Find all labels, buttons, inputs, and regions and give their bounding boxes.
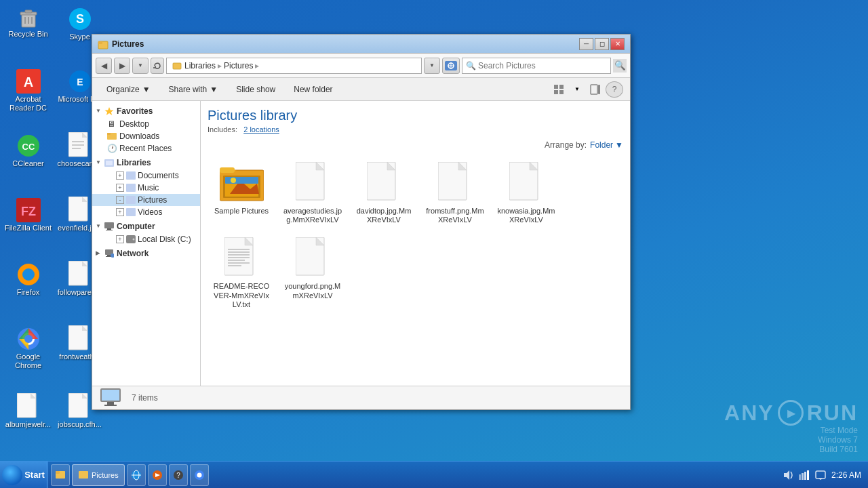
arrange-by-dropdown[interactable]: Folder ▼ bbox=[590, 140, 623, 150]
address-dropdown-button[interactable]: ▼ bbox=[424, 58, 440, 74]
search-input[interactable] bbox=[478, 61, 607, 70]
desktop-icon-firefox[interactable]: Firefox bbox=[3, 261, 54, 297]
unknown1-icon: ? bbox=[173, 470, 184, 481]
sidebar-item-music[interactable]: + Music bbox=[92, 182, 200, 194]
albumjewel-icon bbox=[15, 393, 42, 420]
view-dropdown-button[interactable]: ▼ bbox=[569, 81, 585, 98]
search-box[interactable]: 🔍 bbox=[462, 58, 611, 74]
recent-places-label: Recent Places bbox=[119, 144, 172, 153]
start-orb bbox=[2, 465, 22, 485]
sidebar-item-documents[interactable]: + Documents bbox=[92, 169, 200, 182]
watermark-area: ANY RUN Test Mode Windows 7 Build 7601 bbox=[724, 400, 858, 454]
local-disk-expand-icon[interactable]: + bbox=[116, 235, 124, 243]
pictures-expand-icon[interactable]: - bbox=[116, 196, 124, 204]
volume-icon[interactable] bbox=[783, 470, 793, 480]
svg-text:FZ: FZ bbox=[21, 205, 36, 218]
clock-time: 2:26 AM bbox=[831, 470, 861, 480]
file-item-youngford[interactable]: youngford.png.MmXReVIxLV bbox=[279, 232, 347, 313]
desktop-icon-filezilla[interactable]: FZ FileZilla Client bbox=[3, 197, 54, 232]
file-item-fromstuff[interactable]: fromstuff.png.MmXReVIxLV bbox=[421, 157, 489, 228]
address-path[interactable]: Libraries ▸ Pictures ▸ bbox=[166, 58, 422, 74]
main-panel: Pictures library Includes: 2 locations A… bbox=[201, 101, 630, 386]
svg-rect-56 bbox=[104, 222, 114, 228]
pictures-taskbar-icon bbox=[78, 470, 89, 481]
sidebar-item-videos[interactable]: + Videos bbox=[92, 206, 200, 218]
recycle-bin-icon bbox=[16, 5, 41, 30]
toolbar-right: ▼ ? bbox=[551, 81, 623, 98]
sidebar-item-pictures[interactable]: - Pictures bbox=[92, 194, 200, 206]
music-expand-icon[interactable]: + bbox=[116, 184, 124, 192]
svg-rect-58 bbox=[106, 230, 113, 230]
desktop-icon-acrobat[interactable]: A Acrobat Reader DC bbox=[3, 68, 54, 113]
desktop-icon-ccleaner[interactable]: CC CCleaner bbox=[3, 132, 54, 168]
desktop-folder-icon: 🖥 bbox=[107, 119, 117, 129]
explorer-icon bbox=[55, 470, 66, 481]
organize-button[interactable]: Organize ▼ bbox=[99, 81, 158, 98]
back-button[interactable]: ◀ bbox=[96, 58, 112, 74]
file-item-readme[interactable]: README-RECOVER-MmXReVIxLV.txt bbox=[208, 232, 275, 313]
sidebar-header-network[interactable]: ▶ Network bbox=[92, 247, 200, 260]
file-label-averagestudies: averagestudies.jpg.MmXReVIxLV bbox=[283, 207, 342, 224]
desktop-icon-chrome[interactable]: Google Chrome bbox=[3, 325, 54, 370]
file-item-davidtop[interactable]: davidtop.jpg.MmXReVIxLV bbox=[350, 157, 418, 228]
close-button[interactable]: ✕ bbox=[610, 38, 625, 50]
restore-button[interactable]: ◻ bbox=[595, 38, 609, 50]
forward-button[interactable]: ▶ bbox=[114, 58, 130, 74]
svg-rect-95 bbox=[107, 402, 114, 405]
music-icon bbox=[126, 184, 136, 192]
help-button[interactable]: ? bbox=[606, 81, 623, 98]
share-with-button[interactable]: Share with ▼ bbox=[161, 81, 226, 98]
videos-expand-icon[interactable]: + bbox=[116, 208, 124, 216]
sidebar-item-local-disk[interactable]: + Local Disk (C:) bbox=[92, 233, 200, 245]
desktop-icon-recycle-bin[interactable]: Recycle Bin bbox=[3, 5, 54, 39]
file-item-knowasia[interactable]: knowasia.jpg.MmXReVIxLV bbox=[492, 157, 560, 228]
minimize-button[interactable]: ─ bbox=[579, 38, 593, 50]
compatibility-button[interactable] bbox=[442, 58, 460, 74]
doc-icon-readme bbox=[220, 236, 264, 280]
svg-rect-49 bbox=[107, 133, 111, 135]
recent-pages-button[interactable]: ▼ bbox=[132, 58, 149, 74]
videos-label: Videos bbox=[138, 207, 162, 217]
file-label-readme: README-RECOVER-MmXReVIxLV.txt bbox=[212, 282, 271, 309]
view-toggle-button[interactable] bbox=[551, 81, 567, 98]
desktop-icon-albumjewel[interactable]: albumjewelr... bbox=[3, 393, 54, 429]
file-item-averagestudies[interactable]: averagestudies.jpg.MmXReVIxLV bbox=[279, 157, 347, 228]
svg-rect-72 bbox=[225, 177, 258, 184]
sidebar-header-libraries[interactable]: ▼ Libraries bbox=[92, 156, 200, 169]
window-controls: ─ ◻ ✕ bbox=[579, 38, 625, 50]
new-folder-button[interactable]: New folder bbox=[286, 81, 340, 98]
network-collapse-icon: ▶ bbox=[96, 250, 102, 257]
doc-icon-averagestudies bbox=[291, 161, 335, 205]
action-center-icon[interactable] bbox=[815, 470, 826, 480]
taskbar: Start Pictures bbox=[0, 461, 868, 488]
taskbar-chrome-tb-button[interactable] bbox=[190, 464, 209, 486]
start-button[interactable]: Start bbox=[0, 462, 47, 489]
svg-rect-51 bbox=[106, 161, 113, 165]
search-submit-button[interactable]: 🔍 bbox=[613, 59, 627, 73]
sidebar-header-favorites[interactable]: ▼ Favorites bbox=[92, 104, 200, 118]
taskbar-winmedia-button[interactable] bbox=[148, 464, 167, 486]
sidebar-item-desktop[interactable]: 🖥 Desktop bbox=[92, 118, 200, 130]
network-taskbar-icon[interactable] bbox=[799, 470, 810, 480]
preview-pane-button[interactable] bbox=[587, 81, 604, 98]
taskbar-unknown1-button[interactable]: ? bbox=[169, 464, 188, 486]
anyrun-logo: ANY RUN bbox=[724, 400, 858, 426]
svg-rect-99 bbox=[79, 471, 88, 479]
taskbar-pictures-button[interactable]: Pictures bbox=[72, 464, 125, 486]
sidebar-section-libraries: ▼ Libraries + Documents bbox=[92, 156, 200, 218]
sidebar-item-downloads[interactable]: Downloads bbox=[92, 130, 200, 142]
refresh-button[interactable] bbox=[151, 58, 164, 74]
svg-text:A: A bbox=[23, 75, 33, 89]
anyrun-play-icon bbox=[778, 400, 804, 426]
sidebar-item-recent-places[interactable]: 🕐 Recent Places bbox=[92, 142, 200, 155]
status-item-count: 7 items bbox=[132, 393, 158, 403]
firefox-label: Firefox bbox=[17, 288, 40, 297]
jobscup-icon bbox=[66, 393, 94, 420]
sidebar-header-computer[interactable]: ▼ Computer bbox=[92, 220, 200, 233]
slide-show-button[interactable]: Slide show bbox=[229, 81, 283, 98]
taskbar-explorer-button[interactable] bbox=[51, 464, 70, 486]
taskbar-ie-button[interactable] bbox=[127, 464, 146, 486]
svg-rect-114 bbox=[816, 471, 825, 479]
file-item-sample-pictures[interactable]: Sample Pictures bbox=[208, 157, 275, 228]
documents-expand-icon[interactable]: + bbox=[116, 171, 124, 180]
